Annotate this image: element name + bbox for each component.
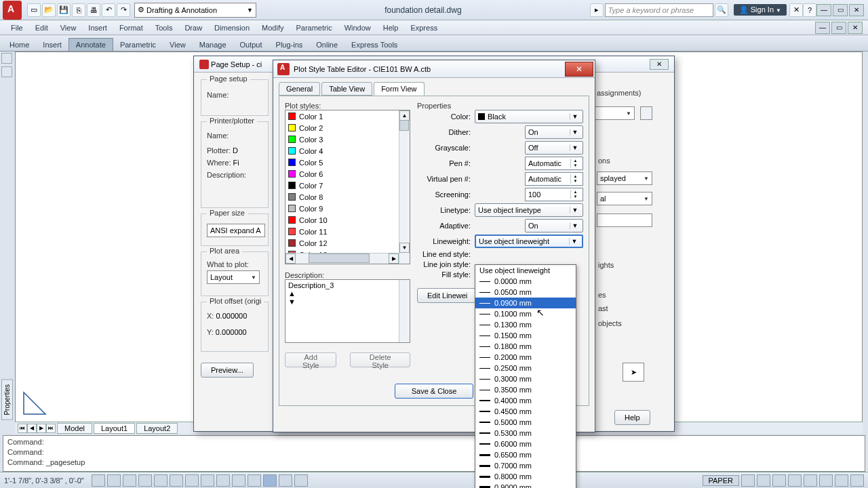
dd-item[interactable]: 0.3000 mm [475, 373, 576, 384]
search-icon[interactable]: 🔍 [715, 3, 728, 17]
menu-tools[interactable]: Tools [150, 22, 178, 33]
snap-toggle[interactable] [92, 474, 105, 487]
dd-item[interactable]: 0.6500 mm [475, 449, 576, 460]
paper-model-toggle[interactable]: PAPER [703, 475, 739, 486]
open-icon[interactable]: 📂 [42, 3, 56, 17]
tab-output[interactable]: Output [233, 39, 269, 51]
dd-item[interactable]: 0.0500 mm [475, 287, 576, 298]
sign-in-button[interactable]: 👤 Sign In ▼ [734, 4, 787, 16]
child-minimize[interactable]: — [815, 22, 830, 34]
preview-button[interactable]: Preview... [201, 363, 254, 378]
dialog-close-button[interactable]: ✕ [565, 62, 593, 77]
dd-item[interactable]: 0.7000 mm [475, 460, 576, 471]
dd-item[interactable]: 0.1800 mm [475, 341, 576, 352]
status-btn[interactable] [850, 474, 864, 487]
dd-item[interactable]: 0.1500 mm [475, 330, 576, 341]
menu-modify[interactable]: Modify [256, 22, 289, 33]
menu-view[interactable]: View [55, 22, 82, 33]
plot-style-item[interactable]: Color 6 [285, 168, 410, 180]
properties-palette-tab[interactable]: Properties [1, 380, 13, 420]
scroll-thumb-h[interactable] [309, 253, 370, 263]
plot-style-item[interactable]: Color 9 [285, 203, 410, 214]
tab-view[interactable]: View [163, 39, 193, 51]
saveas-icon[interactable]: ⎘ [72, 3, 85, 17]
menu-window[interactable]: Window [339, 22, 376, 33]
plot-style-item[interactable]: Color 11 [285, 226, 410, 237]
menu-parametric[interactable]: Parametric [290, 22, 337, 33]
tpy-toggle[interactable] [248, 474, 261, 487]
dd-item[interactable]: 0.0900 mm [475, 298, 576, 308]
menu-format[interactable]: Format [114, 22, 149, 33]
plot-style-item[interactable]: Color 1 [285, 110, 410, 122]
grid-toggle[interactable] [107, 474, 121, 487]
polar-toggle[interactable] [138, 474, 152, 487]
plot-icon[interactable]: 🖶 [87, 3, 100, 17]
qp-toggle[interactable] [263, 474, 277, 487]
menu-draw[interactable]: Draw [179, 22, 208, 33]
tab-formview[interactable]: Form View [374, 82, 424, 96]
edit-lineweights-button[interactable]: Edit Linewei [417, 288, 477, 303]
ortho-toggle[interactable] [123, 474, 136, 487]
plot-style-item[interactable]: Color 4 [285, 145, 410, 157]
help-icon[interactable]: ? [803, 3, 816, 17]
tab-expresstools[interactable]: Express Tools [344, 39, 404, 51]
tab-general[interactable]: General [279, 82, 320, 96]
page-setup-close[interactable]: ✕ [650, 59, 669, 70]
menu-dimension[interactable]: Dimension [209, 22, 255, 33]
maximize-button[interactable]: ▭ [833, 4, 848, 16]
help-button[interactable]: Help [614, 410, 650, 425]
otrack-toggle[interactable] [185, 474, 199, 487]
dd-item[interactable]: 0.9000 mm [475, 482, 576, 488]
menu-help[interactable]: Help [378, 22, 404, 33]
dd-item[interactable]: 0.5300 mm [475, 428, 576, 439]
minimize-button[interactable]: — [816, 4, 831, 16]
desc-scroll-down[interactable]: ▼ [288, 298, 407, 306]
search-caret[interactable]: ▸ [590, 3, 604, 17]
status-btn[interactable] [788, 474, 802, 487]
linetype-combo[interactable]: Use object linetype▼ [475, 203, 583, 217]
shade-combo[interactable]: splayed▼ [597, 171, 652, 185]
plot-style-item[interactable]: Color 2 [285, 122, 410, 134]
desc-scroll-up[interactable]: ▲ [288, 289, 407, 298]
sheet-layout2[interactable]: Layout2 [136, 423, 178, 434]
dpi-input[interactable] [597, 214, 652, 227]
adaptive-combo[interactable]: On▼ [525, 219, 583, 232]
child-restore[interactable]: ▭ [831, 22, 846, 34]
tab-plugins[interactable]: Plug-ins [269, 39, 310, 51]
status-btn[interactable] [835, 474, 848, 487]
plot-style-item[interactable]: Color 8 [285, 191, 410, 203]
save-close-button[interactable]: Save & Close [395, 384, 474, 399]
color-combo[interactable]: Black▼ [475, 110, 583, 123]
save-icon[interactable]: 💾 [57, 3, 71, 17]
plot-style-item[interactable]: Color 12 [285, 237, 410, 249]
undo-icon[interactable]: ↶ [102, 3, 115, 17]
status-btn[interactable] [804, 474, 817, 487]
sheet-layout1[interactable]: Layout1 [94, 423, 135, 434]
quality-combo[interactable]: al▼ [597, 192, 652, 205]
paper-combo[interactable]: ANSI expand A [207, 224, 265, 237]
close-button[interactable]: ✕ [849, 4, 864, 16]
plot-style-item[interactable]: Color 7 [285, 180, 410, 191]
status-btn[interactable] [757, 474, 770, 487]
dd-item[interactable]: 0.2000 mm [475, 352, 576, 363]
lineweight-dropdown[interactable]: Use object lineweight 0.0000 mm0.0500 mm… [475, 264, 576, 488]
dd-item-default[interactable]: Use object lineweight [475, 265, 576, 276]
tab-online[interactable]: Online [309, 39, 344, 51]
dd-item[interactable]: 0.6000 mm [475, 439, 576, 449]
dd-item[interactable]: 0.1300 mm [475, 319, 576, 330]
tab-tableview[interactable]: Table View [321, 82, 372, 96]
dd-item[interactable]: 0.3500 mm [475, 384, 576, 395]
delete-style-button[interactable]: Delete Style [350, 352, 410, 367]
command-window[interactable]: Command: Command: Command: _pagesetup [3, 435, 865, 472]
dd-item[interactable]: 0.0000 mm [475, 276, 576, 287]
palette-icon[interactable] [1, 66, 12, 77]
sc-toggle[interactable] [279, 474, 292, 487]
tab-nav-first[interactable]: ⏮ [18, 424, 27, 433]
what-to-plot-combo[interactable]: Layout▼ [207, 270, 260, 284]
menu-express[interactable]: Express [405, 22, 443, 33]
grayscale-combo[interactable]: Off▼ [525, 141, 583, 155]
dd-item[interactable]: 0.4000 mm [475, 395, 576, 406]
status-btn[interactable] [819, 474, 833, 487]
add-style-button[interactable]: Add Style [285, 352, 336, 367]
app-logo[interactable] [3, 1, 22, 20]
